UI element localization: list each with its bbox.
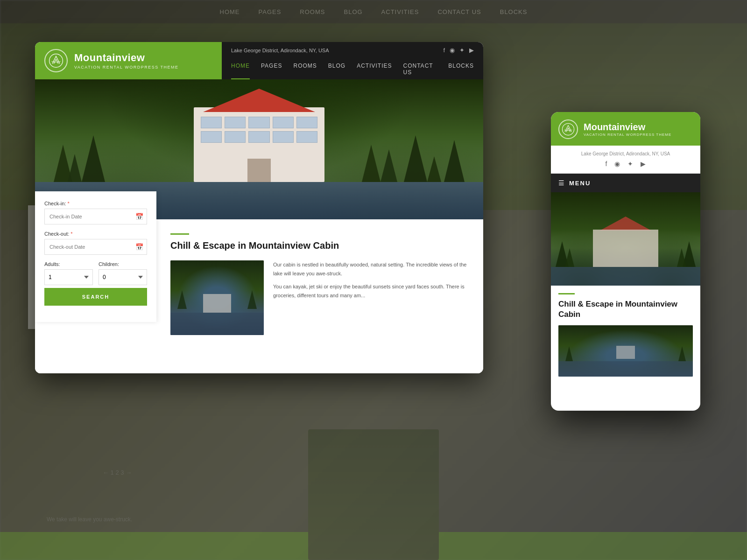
instagram-icon[interactable]: ◉	[450, 47, 455, 54]
mobile-hero-water	[551, 267, 700, 286]
mobile-address: Lake George District, Adirondack, NY, US…	[558, 151, 693, 156]
mobile-nav[interactable]: ☰ MENU	[551, 174, 700, 192]
desktop-nav-area: Lake George District, Adirondack, NY, US…	[222, 42, 483, 79]
mobile-logo-icon	[558, 119, 578, 139]
green-accent-dash	[170, 233, 189, 235]
twitter-icon[interactable]: ✦	[459, 47, 465, 54]
checkin-required: *	[68, 201, 70, 206]
mobile-nav-label: MENU	[569, 180, 591, 187]
checkout-label: Check-out: *	[44, 231, 147, 237]
desktop-nav: HOME PAGES ROOMS BLOG ACTIVITIES CONTACT…	[231, 63, 474, 79]
nav-blocks[interactable]: BLOCKS	[448, 63, 474, 79]
search-button[interactable]: SEARCH	[44, 288, 147, 306]
mobile-logo-text: Mountainview VACATION RENTAL WORDPRESS T…	[584, 122, 671, 137]
checkin-calendar-icon: 📅	[135, 213, 143, 220]
content-image-building	[203, 294, 231, 313]
mobile-hero-roof	[600, 217, 651, 231]
mobile-social: f ◉ ✦ ▶	[558, 160, 693, 168]
hero-building	[194, 107, 324, 182]
checkout-input-wrap: 📅	[44, 239, 147, 255]
desktop-logo-title: Mountainview	[74, 52, 179, 64]
nav-contact[interactable]: CONTACT US	[403, 63, 437, 79]
desktop-address: Lake George District, Adirondack, NY, US…	[231, 48, 329, 53]
checkout-group: Check-out: * 📅	[44, 231, 147, 255]
mobile-logo-subtitle: VACATION RENTAL WORDPRESS THEME	[584, 133, 671, 137]
mobile-instagram-icon[interactable]: ◉	[614, 160, 620, 168]
desktop-social: f ◉ ✦ ▶	[443, 47, 474, 54]
hero-windows	[201, 117, 317, 143]
mobile-content-image	[558, 325, 693, 377]
checkout-required: *	[70, 231, 72, 237]
content-text: Our cabin is nestled in beautifully wood…	[273, 260, 469, 335]
search-panel: Check-in: * 📅 Check-out: * 📅	[35, 191, 156, 322]
nav-home[interactable]: HOME	[231, 63, 250, 79]
main-content: Chill & Escape in Mountainview Cabin Our…	[156, 219, 483, 373]
mobile-hero-building	[593, 230, 658, 267]
guests-row: Adults: 1 2 3 4 Children: 0 1 2 3	[44, 261, 147, 285]
youtube-icon[interactable]: ▶	[469, 47, 474, 54]
desktop-topbar: Lake George District, Adirondack, NY, US…	[231, 47, 474, 54]
hamburger-icon: ☰	[558, 179, 564, 187]
mobile-header: Mountainview VACATION RENTAL WORDPRESS T…	[551, 112, 700, 146]
children-col: Children: 0 1 2 3	[99, 261, 147, 285]
adults-col: Adults: 1 2 3 4	[44, 261, 93, 285]
bg-mobile-image	[308, 429, 439, 560]
checkin-input[interactable]	[44, 209, 147, 224]
mobile-green-dash	[558, 293, 575, 294]
nav-activities[interactable]: ACTIVITIES	[357, 63, 392, 79]
adults-select[interactable]: 1 2 3 4	[44, 269, 93, 285]
bg-nav: HOME PAGES ROOMS BLOG ACTIVITIES CONTACT…	[0, 0, 747, 23]
checkin-input-wrap: 📅	[44, 209, 147, 224]
mobile-twitter-icon[interactable]: ✦	[627, 160, 633, 168]
mobile-facebook-icon[interactable]: f	[606, 160, 607, 168]
desktop-logo-icon	[44, 49, 68, 72]
desktop-mockup: Mountainview VACATION RENTAL WORDPRESS T…	[35, 42, 483, 373]
nav-blog[interactable]: BLOG	[328, 63, 345, 79]
adults-label: Adults:	[44, 261, 93, 267]
content-paragraph2: You can kayak, jet ski or enjoy the beau…	[273, 282, 469, 300]
content-image	[170, 260, 264, 335]
facebook-icon[interactable]: f	[443, 47, 445, 54]
checkout-input[interactable]	[44, 239, 147, 255]
checkin-group: Check-in: * 📅	[44, 201, 147, 224]
children-select[interactable]: 0 1 2 3	[99, 269, 147, 285]
checkin-label: Check-in: *	[44, 201, 147, 206]
bg-pagination: ← 1 2 3 →	[103, 469, 132, 476]
mobile-content: Chill & Escape in Mountainview Cabin	[551, 286, 700, 384]
nav-rooms[interactable]: ROOMS	[293, 63, 317, 79]
nav-pages[interactable]: PAGES	[261, 63, 282, 79]
desktop-logo-area: Mountainview VACATION RENTAL WORDPRESS T…	[35, 42, 222, 79]
mobile-info-bar: Lake George District, Adirondack, NY, US…	[551, 146, 700, 174]
mobile-logo-title: Mountainview	[584, 122, 671, 133]
desktop-header: Mountainview VACATION RENTAL WORDPRESS T…	[35, 42, 483, 79]
bg-bottom-text: We take will leave you awe-struck.	[47, 516, 132, 523]
content-body: Our cabin is nestled in beautifully wood…	[170, 260, 469, 335]
desktop-content: Check-in: * 📅 Check-out: * 📅	[35, 219, 483, 373]
content-title: Chill & Escape in Mountainview Cabin	[170, 240, 469, 251]
checkout-calendar-icon: 📅	[135, 243, 143, 251]
desktop-logo-text: Mountainview VACATION RENTAL WORDPRESS T…	[74, 52, 179, 70]
mobile-small-building	[616, 346, 635, 359]
mobile-mockup: Mountainview VACATION RENTAL WORDPRESS T…	[551, 112, 700, 411]
mobile-hero-image	[551, 192, 700, 286]
mobile-youtube-icon[interactable]: ▶	[641, 160, 646, 168]
content-paragraph1: Our cabin is nestled in beautifully wood…	[273, 260, 469, 278]
desktop-logo-subtitle: VACATION RENTAL WORDPRESS THEME	[74, 65, 179, 70]
children-label: Children:	[99, 261, 147, 267]
mobile-content-title: Chill & Escape in Mountainview Cabin	[558, 299, 693, 320]
